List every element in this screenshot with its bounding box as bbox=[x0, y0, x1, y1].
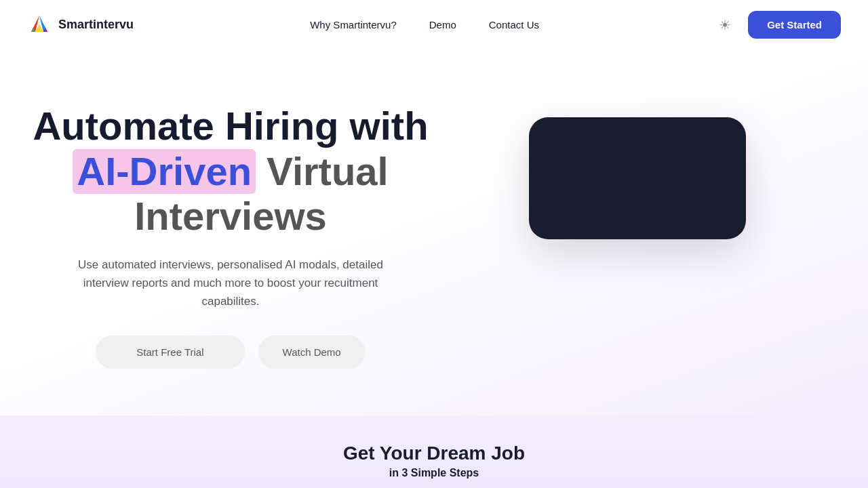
ai-driven-text: AI-Driven bbox=[73, 149, 256, 195]
logo[interactable]: Smartintervu bbox=[27, 13, 134, 37]
logo-icon bbox=[27, 13, 52, 37]
hero-title-line3: Interviews bbox=[27, 194, 434, 239]
nav-why[interactable]: Why Smartintervu? bbox=[310, 19, 397, 30]
nav-demo[interactable]: Demo bbox=[429, 19, 456, 30]
bottom-subtitle: in 3 Simple Steps bbox=[27, 467, 841, 479]
hero-buttons: Start Free Trial Watch Demo bbox=[27, 336, 434, 369]
hero-section: Automate Hiring with AI-Driven Virtual I… bbox=[0, 49, 868, 415]
hero-left: Automate Hiring with AI-Driven Virtual I… bbox=[27, 90, 434, 369]
nav-contact[interactable]: Contact Us bbox=[489, 19, 539, 30]
start-trial-button[interactable]: Start Free Trial bbox=[96, 336, 244, 369]
theme-toggle-icon[interactable]: ☀ bbox=[715, 16, 734, 35]
bottom-title: Get Your Dream Job bbox=[27, 443, 841, 464]
cta-button[interactable]: Get Started bbox=[748, 11, 841, 39]
nav-right: ☀ Get Started bbox=[715, 11, 841, 39]
bottom-section: Get Your Dream Job in 3 Simple Steps bbox=[0, 415, 868, 488]
nav-links: Why Smartintervu? Demo Contact Us bbox=[310, 19, 539, 30]
hero-title-line1: Automate Hiring with bbox=[27, 104, 434, 149]
hero-subtitle: Use automated interviews, personalised A… bbox=[68, 256, 393, 311]
hero-dark-card bbox=[529, 117, 746, 239]
hero-title-line2: AI-Driven Virtual bbox=[27, 149, 434, 195]
logo-text: Smartintervu bbox=[58, 18, 134, 32]
watch-demo-button[interactable]: Watch Demo bbox=[258, 336, 366, 369]
hero-right bbox=[434, 90, 841, 239]
hero-title-line2-rest: Virtual bbox=[256, 149, 389, 193]
navbar: Smartintervu Why Smartintervu? Demo Cont… bbox=[0, 0, 868, 49]
hero-title: Automate Hiring with AI-Driven Virtual I… bbox=[27, 104, 434, 239]
